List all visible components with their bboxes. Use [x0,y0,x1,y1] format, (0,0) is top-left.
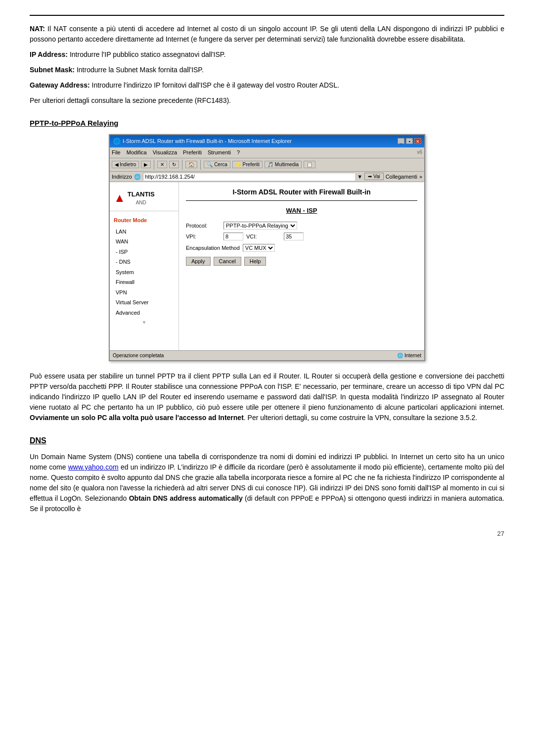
dns-title: DNS [30,435,504,447]
multimedia-button[interactable]: 🎵 Multimedia [265,161,302,168]
browser-window: 🌐 I-Storm ADSL Router with Firewall Buil… [109,134,425,362]
form-buttons: Apply Cancel Help [186,257,417,266]
subnet-mask-paragraph: Subnet Mask: Introdurre la Subnet Mask f… [30,65,504,75]
encap-label: Encapsulation Method [186,244,240,252]
search-button[interactable]: 🔍 Cerca [204,161,230,168]
browser-address-bar: Indirizzo 🌐 ▼ ➡ Vai Collegamenti » [110,172,424,183]
refresh-button[interactable]: ↻ [169,161,179,168]
history-button[interactable]: 📋 [304,161,315,168]
vpi-input[interactable] [223,233,243,240]
address-input[interactable] [143,173,355,181]
links-expand[interactable]: » [419,173,422,181]
sidebar-item-advanced[interactable]: Advanced [110,308,178,318]
pptp-text: Può essere usata per stabilire un tunnel… [30,372,504,411]
atlantis-logo: ▲ TLANTIS AND [114,189,175,207]
status-text: Operazione completata [113,352,164,359]
browser-main: I-Storm ADSL Router with Firewall Built-… [179,182,424,350]
menu-file[interactable]: File [112,148,121,157]
browser-content: ▲ TLANTIS AND Router Mode LAN WAN - ISP … [110,182,424,350]
sidebar-item-wan[interactable]: WAN [110,236,178,247]
sidebar-item-vpn[interactable]: VPN [110,287,178,298]
protocol-select[interactable]: PPTP-to-PPPoA Relaying [223,222,297,230]
dns-paragraph: Un Domain Name System (DNS) contiene una… [30,452,504,514]
sidebar-item-isp[interactable]: - ISP [110,247,178,257]
ip-address-label: IP Address: [30,50,68,58]
gateway-label: Gateway Address: [30,81,90,89]
logo-tlantis: TLANTIS [128,189,155,199]
forward-button[interactable]: ▶ [141,161,151,168]
wan-subtitle: WAN - ISP [186,206,417,216]
stop-button[interactable]: ✕ [157,161,167,168]
back-button[interactable]: ◀ Indietro [112,161,139,168]
vci-label: VCI: [246,233,281,241]
titlebar-title: 🌐 I-Storm ADSL Router with Firewall Buil… [113,137,292,146]
toolbar-separator-2 [182,160,182,170]
ip-address-text: Introdurre l'IP pubblico statico assegna… [68,50,225,58]
logo-and: AND [128,199,155,206]
encap-select[interactable]: VC MUX [243,244,275,252]
router-page-title: I-Storm ADSL Router with Firewall Built-… [186,187,417,201]
window-controls[interactable]: _ ▪ ✕ [398,138,421,144]
obtain-dns-bold: Obtain DNS address automatically [129,494,243,502]
dns-section: DNS Un Domain Name System (DNS) contiene… [30,435,504,514]
favorites-button[interactable]: ⭐ Preferiti [232,161,263,168]
address-label: Indirizzo [112,173,132,181]
restore-button[interactable]: ▪ [406,138,413,144]
nat-text: Il NAT consente a più utenti di accedere… [30,25,504,43]
sidebar-item-dns[interactable]: - DNS [110,257,178,267]
address-controls: ▼ ➡ Vai Collegamenti » [357,173,422,181]
nat-paragraph: NAT: Il NAT consente a più utenti di acc… [30,24,504,45]
sidebar-router-mode[interactable]: Router Mode [110,214,178,227]
pptp-paragraph: Può essere usata per stabilire un tunnel… [30,371,504,423]
browser-toolbar: ◀ Indietro ▶ ✕ ↻ 🏠 🔍 Cerca ⭐ Preferiti 🎵… [110,158,424,172]
browser-titlebar: 🌐 I-Storm ADSL Router with Firewall Buil… [110,135,424,148]
vpi-vci-row: VPI: VCI: [186,233,417,241]
ip-address-paragraph: IP Address: Introdurre l'IP pubblico sta… [30,49,504,60]
logo-area: ▲ TLANTIS AND [110,185,178,211]
pptp-end: . Per ulteriori dettagli, su come costru… [244,414,477,422]
sidebar-item-firewall[interactable]: Firewall [110,277,178,287]
sidebar-item-lan[interactable]: LAN [110,227,178,237]
top-border [30,15,504,16]
browser-sidebar: ▲ TLANTIS AND Router Mode LAN WAN - ISP … [110,182,179,350]
toolbar-separator-3 [200,160,201,170]
zone-icon: 🌐 [397,353,403,358]
menu-visualizza[interactable]: Visualizza [153,148,177,157]
close-button[interactable]: ✕ [414,138,421,144]
menu-strumenti[interactable]: Strumenti [208,148,231,157]
vpi-label: VPI: [186,233,221,241]
ie-version: v6 [417,148,422,157]
pptp-bold: Ovviamente un solo PC alla volta può usa… [30,414,244,422]
browser-statusbar: Operazione completata 🌐 Internet [110,350,424,360]
dropdown-arrow[interactable]: ▼ [357,173,362,181]
sidebar-item-system[interactable]: System [110,267,178,278]
minimize-button[interactable]: _ [398,138,404,144]
yahoo-link[interactable]: www.yahoo.com [68,463,119,471]
browser-menubar: File Modifica Visualizza Preferiti Strum… [110,147,424,158]
nat-label: NAT: [30,25,45,33]
sidebar-scroll-indicator: ▼ [110,318,178,327]
page-number: 27 [30,529,504,539]
help-button[interactable]: Help [244,257,267,266]
protocol-row: Protocol: PPTP-to-PPPoA Relaying [186,222,417,230]
sidebar-item-virtual-server[interactable]: Virtual Server [110,297,178,308]
zone-text: Internet [404,353,421,358]
ie-icon: 🌐 [113,137,121,146]
home-button[interactable]: 🏠 [185,161,197,168]
gateway-text: Introdurre l'indirizzo IP fornitovi dall… [90,81,339,89]
zone-indicator: 🌐 Internet [397,352,421,359]
subnet-mask-text: Introdurre la Subnet Mask fornita dall'I… [75,66,204,74]
menu-modifica[interactable]: Modifica [127,148,147,157]
go-button[interactable]: ➡ Vai [364,173,384,180]
protocol-label: Protocol: [186,222,221,230]
cancel-button[interactable]: Cancel [214,257,241,266]
subnet-mask-label: Subnet Mask: [30,66,75,74]
menu-preferiti[interactable]: Preferiti [183,148,202,157]
gateway-paragraph: Gateway Address: Introdurre l'indirizzo … [30,80,504,91]
menu-help[interactable]: ? [237,148,240,157]
apply-button[interactable]: Apply [186,257,211,266]
encap-row: Encapsulation Method VC MUX [186,244,417,252]
vci-input[interactable] [284,233,304,240]
logo-text-area: TLANTIS AND [128,189,155,207]
page-icon: 🌐 [134,173,141,181]
